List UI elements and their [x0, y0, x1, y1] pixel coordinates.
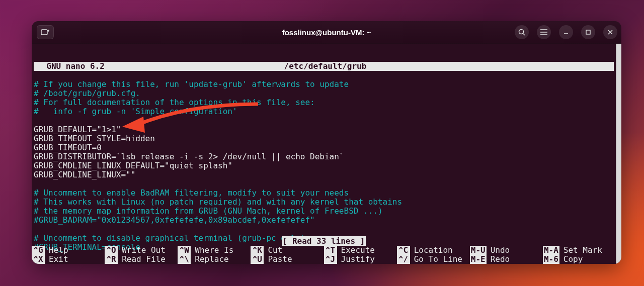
svg-point-3	[519, 30, 524, 34]
file-line: # This works with Linux (no patch requir…	[34, 197, 402, 207]
shortcut-item: ^\Replace	[178, 255, 251, 264]
new-tab-button[interactable]	[37, 25, 54, 39]
shortcut-label: Write Out	[122, 246, 166, 255]
shortcut-label: Undo	[491, 246, 510, 255]
nano-app-name: GNU nano 6.2	[34, 62, 229, 71]
shortcut-item: M-ASet Mark	[543, 246, 616, 255]
shortcut-key: ^J	[324, 255, 337, 264]
shortcut-label: Replace	[195, 255, 228, 264]
file-line: GRUB_TIMEOUT=0	[34, 143, 102, 152]
svg-rect-0	[41, 30, 47, 35]
shortcut-label: Read File	[122, 255, 166, 264]
shortcut-key: ^G	[32, 246, 45, 255]
nano-status: [ Read 33 lines ]	[32, 237, 616, 246]
close-button[interactable]	[603, 25, 617, 39]
shortcut-key: M-A	[543, 246, 559, 255]
shortcut-key: ^/	[397, 255, 410, 264]
shortcut-key: ^C	[397, 246, 410, 255]
maximize-button[interactable]	[581, 25, 595, 39]
shortcut-label: Cut	[268, 246, 282, 255]
minimize-icon	[563, 29, 569, 35]
new-tab-icon	[41, 29, 50, 36]
nano-shortcuts: ^GHelp^OWrite Out^WWhere Is^KCut^TExecut…	[32, 246, 616, 264]
maximize-icon	[585, 29, 591, 35]
file-line: # For full documentation of the options …	[34, 98, 315, 107]
close-icon	[607, 29, 613, 35]
shortcut-item: ^KCut	[251, 246, 324, 255]
file-line: # /boot/grub/grub.cfg.	[34, 88, 140, 98]
file-line: GRUB_CMDLINE_LINUX_DEFAULT="quiet splash…	[34, 161, 232, 170]
shortcut-label: Location	[414, 246, 453, 255]
shortcut-label: Set Mark	[564, 246, 602, 255]
shortcut-key: M-E	[470, 255, 487, 264]
shortcut-item: ^XExit	[32, 255, 105, 264]
shortcut-label: Exit	[49, 255, 68, 264]
terminal-scrollbar[interactable]	[616, 44, 621, 264]
shortcut-label: Go To Line	[414, 255, 462, 264]
terminal-viewport[interactable]: GNU nano 6.2 /etc/default/grub # If you …	[32, 44, 616, 264]
search-button[interactable]	[515, 25, 529, 39]
file-line: # the memory map information from GRUB (…	[34, 206, 383, 216]
shortcut-item: ^OWrite Out	[105, 246, 178, 255]
shortcut-item: ^/Go To Line	[397, 255, 470, 264]
shortcut-item: ^GHelp	[32, 246, 105, 255]
shortcut-label: Paste	[268, 255, 292, 264]
svg-line-4	[523, 34, 525, 36]
shortcut-item: M-ERedo	[470, 255, 543, 264]
file-line: #GRUB_BADRAM="0x01234567,0xfefefefe,0x89…	[34, 215, 315, 225]
file-line: # If you change this file, run 'update-g…	[34, 79, 349, 89]
svg-rect-9	[586, 30, 590, 34]
shortcut-item: ^JJustify	[324, 255, 397, 264]
shortcut-item: M-6Copy	[543, 255, 616, 264]
minimize-button[interactable]	[559, 25, 573, 39]
file-line: GRUB_CMDLINE_LINUX=""	[34, 170, 135, 179]
shortcut-key: M-6	[543, 255, 559, 264]
shortcut-item: ^UPaste	[251, 255, 324, 264]
file-line: # Uncomment to enable BadRAM filtering, …	[34, 188, 349, 198]
shortcut-item: M-UUndo	[470, 246, 543, 255]
file-line: GRUB_DISTRIBUTOR=`lsb_release -i -s 2> /…	[34, 152, 344, 161]
search-icon	[518, 28, 526, 36]
file-line: GRUB_TIMEOUT_STYLE=hidden	[34, 134, 155, 143]
shortcut-key: ^T	[324, 246, 337, 255]
shortcut-label: Where Is	[195, 246, 233, 255]
shortcut-key: ^U	[251, 255, 264, 264]
shortcut-label: Execute	[341, 246, 375, 255]
svg-marker-12	[122, 117, 145, 133]
shortcut-label: Justify	[341, 255, 375, 264]
terminal-window: fosslinux@ubuntu-VM: ~	[32, 21, 621, 264]
shortcut-item: ^WWhere Is	[178, 246, 251, 255]
shortcut-label: Copy	[564, 255, 583, 264]
shortcut-key: ^\	[178, 255, 191, 264]
hamburger-icon	[540, 29, 547, 35]
nano-header: GNU nano 6.2 /etc/default/grub	[34, 62, 614, 71]
file-line: # info -f grub -n 'Simple configuration'	[34, 107, 237, 116]
shortcut-key: ^W	[178, 246, 191, 255]
shortcut-label: Redo	[491, 255, 510, 264]
shortcut-key: ^R	[105, 255, 118, 264]
shortcut-key: ^K	[251, 246, 264, 255]
shortcut-key: ^O	[105, 246, 118, 255]
shortcut-label: Help	[49, 246, 68, 255]
shortcut-item: ^TExecute	[324, 246, 397, 255]
file-line: GRUB_DEFAULT="1>1"	[34, 125, 121, 134]
shortcut-item: ^RRead File	[105, 255, 178, 264]
menu-button[interactable]	[537, 25, 551, 39]
shortcut-item: ^CLocation	[397, 246, 470, 255]
nano-filename: /etc/default/grub	[229, 62, 421, 71]
shortcut-key: M-U	[470, 246, 487, 255]
titlebar: fosslinux@ubuntu-VM: ~	[32, 21, 621, 44]
